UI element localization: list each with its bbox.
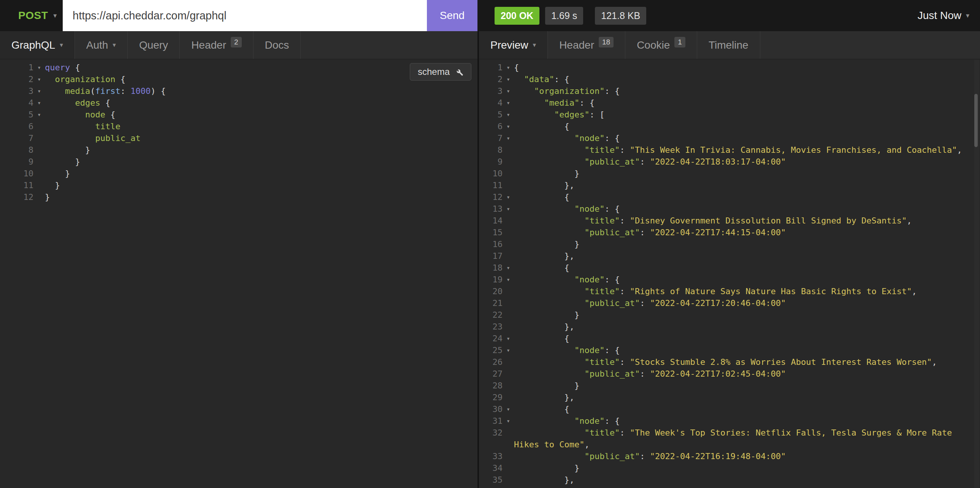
request-tab-graphql[interactable]: GraphQL▾ xyxy=(0,31,75,59)
response-viewer[interactable]: 1▾{2▾ "data": {3▾ "organization": {4▾ "m… xyxy=(479,59,980,488)
code-text: "public_at": "2022-04-22T17:44:15-04:00" xyxy=(514,227,980,238)
fold-toggle-icon[interactable]: ▾ xyxy=(503,486,514,488)
code-line: 10 } xyxy=(479,168,980,180)
gutter: 34 xyxy=(479,462,514,474)
gutter: 2▾ xyxy=(0,73,45,85)
code-line: 35 }, xyxy=(479,474,980,486)
request-tab-docs[interactable]: Docs xyxy=(253,31,301,59)
fold-toggle-icon[interactable]: ▾ xyxy=(503,203,514,215)
code-line: 30▾ { xyxy=(479,403,980,415)
send-button[interactable]: Send xyxy=(427,0,477,31)
gutter: 20 xyxy=(479,285,514,297)
code-line: 24▾ { xyxy=(479,332,980,344)
line-number: 28 xyxy=(483,380,503,391)
request-editor[interactable]: schema 1▾query {2▾ organization {3▾ medi… xyxy=(0,59,477,488)
code-text: "data": { xyxy=(514,73,980,85)
fold-spacer xyxy=(503,168,514,180)
fold-toggle-icon[interactable]: ▾ xyxy=(503,415,514,427)
response-history-dropdown[interactable]: Just Now ▾ xyxy=(918,0,980,31)
line-number: 32 xyxy=(483,427,503,450)
tab-label: Header xyxy=(191,39,226,51)
code-line: 28 } xyxy=(479,380,980,391)
line-number: 33 xyxy=(483,450,503,462)
gutter: 9 xyxy=(479,156,514,168)
code-line: 14 "title": "Disney Government Dissoluti… xyxy=(479,215,980,227)
code-text: } xyxy=(45,168,477,180)
code-text: } xyxy=(514,238,980,250)
fold-toggle-icon[interactable]: ▾ xyxy=(503,332,514,344)
code-text: { xyxy=(514,486,980,488)
line-number: 9 xyxy=(0,156,33,168)
chevron-down-icon: ▾ xyxy=(53,11,57,20)
gutter: 6 xyxy=(0,121,45,132)
fold-toggle-icon[interactable]: ▾ xyxy=(503,73,514,85)
fold-spacer xyxy=(33,132,45,144)
schema-button[interactable]: schema xyxy=(410,63,471,81)
gutter: 14 xyxy=(479,215,514,227)
fold-spacer xyxy=(503,321,514,332)
fold-toggle-icon[interactable]: ▾ xyxy=(33,85,45,97)
fold-spacer xyxy=(503,250,514,262)
fold-toggle-icon[interactable]: ▾ xyxy=(503,62,514,73)
fold-spacer xyxy=(503,474,514,486)
fold-toggle-icon[interactable]: ▾ xyxy=(503,262,514,273)
code-text: { xyxy=(514,262,980,273)
fold-spacer xyxy=(503,462,514,474)
response-tab-timeline[interactable]: Timeline xyxy=(697,31,760,59)
fold-toggle-icon[interactable]: ▾ xyxy=(503,403,514,415)
gutter: 12▾ xyxy=(479,191,514,203)
code-line: 21 "public_at": "2022-04-22T17:20:46-04:… xyxy=(479,297,980,309)
fold-toggle-icon[interactable]: ▾ xyxy=(503,121,514,132)
line-number: 12 xyxy=(483,191,503,203)
fold-toggle-icon[interactable]: ▾ xyxy=(503,97,514,109)
fold-toggle-icon[interactable]: ▾ xyxy=(33,73,45,85)
line-number: 16 xyxy=(483,238,503,250)
scrollbar-track[interactable] xyxy=(974,60,979,488)
request-tab-auth[interactable]: Auth▾ xyxy=(75,31,128,59)
gutter: 3▾ xyxy=(0,85,45,97)
fold-spacer xyxy=(33,168,45,180)
response-time-badge: 1.69 s xyxy=(545,7,583,25)
code-line: 2▾ "data": { xyxy=(479,73,980,85)
tab-label: GraphQL xyxy=(11,39,55,51)
code-text: "title": "Rights of Nature Says Nature H… xyxy=(514,285,980,297)
gutter: 12 xyxy=(0,191,45,203)
fold-toggle-icon[interactable]: ▾ xyxy=(503,273,514,285)
response-tab-bar: Preview▾Header18Cookie1Timeline xyxy=(479,31,980,59)
main-split: GraphQL▾Auth▾QueryHeader2Docs schema 1▾q… xyxy=(0,31,980,488)
url-input[interactable]: https://api.cheddar.com/graphql xyxy=(63,0,427,31)
code-text: }, xyxy=(514,321,980,332)
gutter: 9 xyxy=(0,156,45,168)
request-tab-header[interactable]: Header2 xyxy=(180,31,253,59)
response-tab-cookie[interactable]: Cookie1 xyxy=(625,31,697,59)
fold-toggle-icon[interactable]: ▾ xyxy=(503,109,514,121)
fold-toggle-icon[interactable]: ▾ xyxy=(503,344,514,356)
fold-toggle-icon[interactable]: ▾ xyxy=(33,97,45,109)
fold-toggle-icon[interactable]: ▾ xyxy=(33,109,45,121)
code-text: media(first: 1000) { xyxy=(45,85,477,97)
code-line: 6 title xyxy=(0,121,477,132)
code-text: { xyxy=(514,62,980,73)
scrollbar-thumb[interactable] xyxy=(974,94,978,147)
response-tab-header[interactable]: Header18 xyxy=(548,31,625,59)
line-number: 23 xyxy=(483,321,503,332)
fold-spacer xyxy=(503,215,514,227)
fold-spacer xyxy=(503,297,514,309)
code-line: 34 } xyxy=(479,462,980,474)
gutter: 8 xyxy=(0,144,45,156)
code-line: 1▾query { xyxy=(0,62,477,73)
method-dropdown[interactable]: POST ▾ xyxy=(0,0,63,31)
code-line: 12▾ { xyxy=(479,191,980,203)
gutter: 16 xyxy=(479,238,514,250)
fold-toggle-icon[interactable]: ▾ xyxy=(503,191,514,203)
response-tab-preview[interactable]: Preview▾ xyxy=(479,31,548,59)
code-line: 26 "title": "Stocks Stumble 2.8% as Worr… xyxy=(479,356,980,368)
code-line: 23 }, xyxy=(479,321,980,332)
fold-toggle-icon[interactable]: ▾ xyxy=(503,85,514,97)
tab-label: Timeline xyxy=(709,39,748,51)
line-number: 21 xyxy=(483,297,503,309)
fold-toggle-icon[interactable]: ▾ xyxy=(503,132,514,144)
request-tab-query[interactable]: Query xyxy=(128,31,180,59)
line-number: 19 xyxy=(483,273,503,285)
fold-toggle-icon[interactable]: ▾ xyxy=(33,62,45,73)
